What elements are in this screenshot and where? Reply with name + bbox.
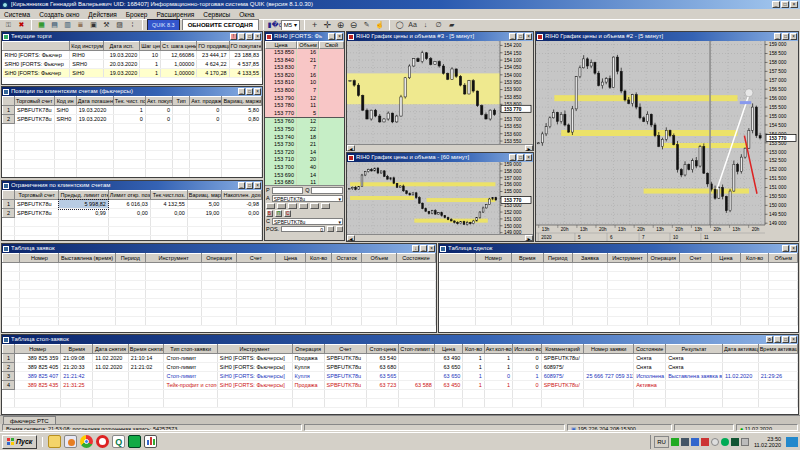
minimize-button[interactable]: _ [782, 245, 789, 252]
ask-row[interactable]: 153 84021 [265, 57, 344, 65]
bid-row[interactable]: 153 74018 [265, 134, 344, 142]
column-header[interactable]: Вариац. маржа [222, 97, 262, 106]
bid-row[interactable]: 153 76012 [265, 118, 344, 126]
zoom-out-icon[interactable]: ⊖ [348, 20, 359, 30]
folder-icon[interactable] [48, 435, 61, 448]
close-button[interactable]: × [336, 33, 343, 40]
table-row[interactable]: SiH0 [FORTS: ФьючерSiH019.03.202011,0000… [3, 69, 262, 78]
close-button[interactable]: × [790, 245, 797, 252]
bid-row[interactable]: 153 73021 [265, 141, 344, 149]
restore-button[interactable]: □ [781, 1, 789, 8]
scroll-left-icon[interactable]: ◄ [347, 145, 355, 151]
column-header[interactable]: Время снятия [128, 345, 164, 354]
scroll-right-icon[interactable]: ► [525, 235, 533, 241]
order-button[interactable] [321, 203, 330, 210]
menu-item[interactable]: Окна [239, 11, 254, 18]
show-desktop-icon[interactable] [786, 437, 798, 447]
tray-icon[interactable] [741, 438, 749, 446]
column-header[interactable]: Торговый счет [15, 191, 59, 200]
minimize-button[interactable]: _ [328, 33, 335, 40]
close-button[interactable]: × [254, 182, 261, 189]
ask-row[interactable]: 153 8307 [265, 64, 344, 72]
column-header[interactable]: Накоплен. доход [222, 191, 262, 200]
more-dots-icon[interactable]: ⁞ [127, 20, 138, 30]
bid-row[interactable]: 153 69014 [265, 172, 344, 180]
settings-icon[interactable]: ⚙ [766, 336, 773, 343]
column-header[interactable]: Счет [679, 254, 711, 263]
close-button[interactable]: × [790, 1, 798, 8]
ask-row[interactable]: 153 7705 [265, 110, 344, 118]
scroll-left-icon[interactable]: ◄ [347, 235, 355, 241]
column-header[interactable]: ГО продавца [197, 42, 229, 51]
close-button[interactable]: × [525, 154, 532, 161]
column-header[interactable]: Кол-во [306, 254, 332, 263]
pos-button[interactable] [327, 226, 334, 233]
menu-item[interactable]: Брокер [126, 11, 148, 18]
buy-button[interactable]: Б [266, 210, 273, 217]
column-header[interactable]: Акт.кол-во [484, 345, 512, 354]
column-header[interactable]: Инструмент [608, 254, 647, 263]
column-header[interactable]: Тип стоп-заявки [164, 345, 217, 354]
table-row[interactable]: RIH0 [FORTS: ФьючерRIH019.03.20201012,66… [3, 51, 262, 60]
column-header[interactable]: Тек.чист.поз. [150, 191, 187, 200]
table-row[interactable]: 2389 825 40521:20:3311.02.202021:21:02Ст… [3, 363, 798, 372]
quik-icon[interactable]: Q [112, 435, 125, 448]
order-button[interactable] [288, 203, 297, 210]
bar-chart-icon[interactable]: ▮�справ [268, 20, 279, 30]
column-header[interactable]: Шаг цены [140, 42, 161, 51]
chart-window-icon[interactable]: ▤ [49, 20, 60, 30]
eraser-icon[interactable]: ▰ [446, 20, 457, 30]
new-table-icon[interactable]: ▦ [36, 20, 47, 30]
maximize-button[interactable]: □ [782, 33, 789, 40]
minimize-button[interactable]: _ [774, 33, 781, 40]
ask-row[interactable]: 153 82016 [265, 72, 344, 80]
column-header[interactable]: Номер заявки [584, 345, 634, 354]
minimize-button[interactable]: _ [509, 154, 516, 161]
column-header[interactable]: Объем [362, 254, 397, 263]
close-button[interactable]: × [525, 33, 532, 40]
column-header[interactable]: Торговый счет [15, 97, 55, 106]
maximize-button[interactable]: □ [246, 88, 253, 95]
language-indicator[interactable]: RU [654, 436, 669, 448]
column-header[interactable]: Счет [324, 345, 367, 354]
minimize-button[interactable]: _ [509, 33, 516, 40]
ask-row[interactable]: 153 85016 [265, 49, 344, 57]
tray-icon[interactable] [731, 438, 739, 446]
maximize-button[interactable]: □ [246, 33, 253, 40]
column-header[interactable]: Время активации [758, 345, 797, 354]
column-header[interactable]: Предыд. лимит откр. поз. [59, 191, 108, 200]
table-row[interactable]: 3389 825 40721:21:42Стоп-лимитSiH0 [FORT… [3, 372, 798, 381]
minimize-button[interactable]: _ [420, 245, 427, 252]
column-header[interactable]: Исп.кол-во [513, 345, 541, 354]
minimize-button[interactable]: _ [772, 1, 780, 8]
column-header[interactable]: Лимит откр. поз. [108, 191, 150, 200]
column-header[interactable]: Цена [434, 345, 462, 354]
column-header[interactable]: Время [61, 345, 93, 354]
menu-item[interactable]: Расширения [157, 11, 195, 18]
column-header[interactable]: Акт. покупка [145, 97, 172, 106]
column-header[interactable]: Инструмент [145, 254, 201, 263]
close-button[interactable]: × [790, 33, 797, 40]
table-row[interactable]: 1SPBFUTK78uSiH019.03.20201005,80 [3, 106, 262, 115]
column-header[interactable]: Цена [275, 254, 305, 263]
column-header[interactable]: Счет [236, 254, 275, 263]
maximize-button[interactable]: □ [517, 33, 524, 40]
column-header[interactable]: Период [543, 254, 572, 263]
order-button[interactable] [277, 203, 286, 210]
chrome-icon[interactable] [80, 435, 93, 448]
column-header[interactable]: Стоп-лимит цена [399, 345, 435, 354]
media-player-icon[interactable] [64, 435, 77, 448]
ask-row[interactable]: 153 81010 [265, 79, 344, 87]
minimize-button[interactable]: _ [774, 336, 781, 343]
column-header[interactable]: Кол-во [740, 254, 769, 263]
alert-icon[interactable]: ! [230, 33, 237, 40]
column-header[interactable]: Дата погашения [76, 97, 113, 106]
tray-icon[interactable] [701, 438, 709, 446]
zoom-in-icon[interactable]: ⊕ [335, 20, 346, 30]
order-button[interactable] [266, 203, 275, 210]
close-button[interactable]: × [254, 33, 261, 40]
start-button[interactable]: Пуск [2, 435, 37, 449]
maximize-button[interactable]: □ [517, 154, 524, 161]
move-icon[interactable]: ✛ [322, 20, 333, 30]
column-header[interactable]: Код ин [54, 97, 76, 106]
